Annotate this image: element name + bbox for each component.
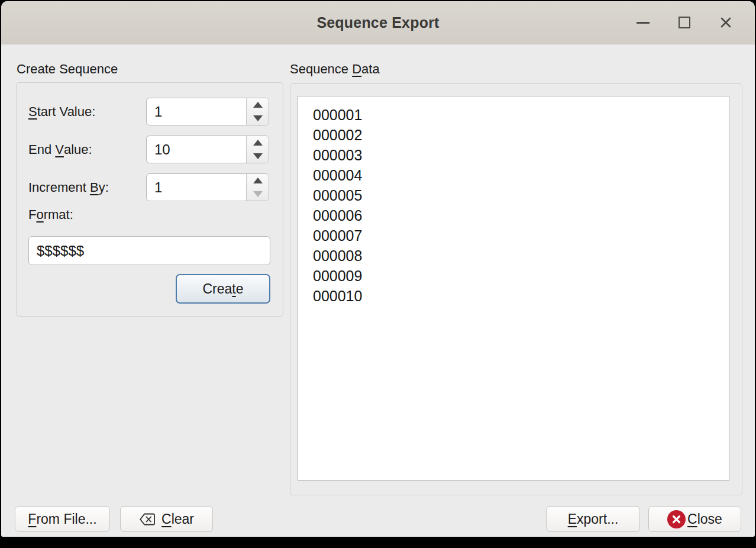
close-icon bbox=[720, 17, 732, 28]
format-label: Format: bbox=[28, 207, 73, 223]
spin-up-icon bbox=[253, 140, 263, 146]
end-value-spin-buttons bbox=[246, 136, 269, 163]
clear-button[interactable]: Clear bbox=[120, 506, 213, 532]
create-sequence-group-label: Create Sequence bbox=[17, 62, 118, 77]
backspace-icon bbox=[139, 512, 156, 526]
start-value-spin-down[interactable] bbox=[247, 112, 269, 125]
increment-by-spin-up[interactable] bbox=[247, 174, 269, 188]
window-controls bbox=[622, 1, 747, 44]
sequence-data-textarea[interactable]: 0000010000020000030000040000050000060000… bbox=[298, 96, 729, 481]
spin-down-icon bbox=[253, 153, 263, 159]
sequence-line: 000005 bbox=[313, 185, 723, 205]
end-value-spin-down[interactable] bbox=[247, 150, 269, 163]
end-value-input[interactable]: 10 bbox=[147, 136, 246, 163]
spin-down-icon bbox=[253, 191, 263, 197]
close-red-circle-icon bbox=[667, 510, 686, 528]
spin-up-icon bbox=[253, 102, 263, 108]
spin-down-icon bbox=[253, 115, 263, 121]
export-button[interactable]: Export... bbox=[546, 506, 640, 532]
maximize-icon bbox=[679, 17, 690, 28]
sequence-line: 000006 bbox=[313, 205, 723, 225]
start-value-spinner[interactable]: 1 bbox=[146, 98, 269, 125]
sequence-line: 000008 bbox=[313, 246, 723, 266]
sequence-data-group-label: Sequence Data bbox=[290, 62, 380, 77]
start-value-spin-up[interactable] bbox=[247, 98, 269, 112]
sequence-line: 000002 bbox=[313, 125, 723, 145]
sequence-line: 000004 bbox=[313, 165, 723, 185]
format-input[interactable] bbox=[28, 236, 270, 265]
increment-by-input[interactable]: 1 bbox=[147, 174, 246, 201]
sequence-export-dialog: Sequence Export Create Sequence Start Va… bbox=[1, 1, 755, 537]
sequence-line: 000009 bbox=[313, 266, 723, 286]
start-value-input[interactable]: 1 bbox=[147, 98, 246, 125]
from-file-button[interactable]: From File... bbox=[15, 506, 110, 532]
increment-by-label: Increment By: bbox=[28, 173, 109, 201]
minimize-button[interactable] bbox=[622, 8, 664, 37]
increment-by-spin-down[interactable] bbox=[247, 188, 269, 201]
increment-by-spinner[interactable]: 1 bbox=[146, 173, 269, 201]
create-button[interactable]: Create bbox=[176, 274, 270, 304]
start-value-spin-buttons bbox=[246, 98, 269, 125]
maximize-button[interactable] bbox=[664, 8, 705, 37]
increment-by-spin-buttons bbox=[246, 174, 269, 201]
close-window-button[interactable] bbox=[705, 8, 747, 37]
sequence-line: 000010 bbox=[313, 286, 723, 306]
spin-up-icon bbox=[253, 178, 263, 183]
sequence-line: 000007 bbox=[313, 225, 723, 246]
end-value-label: End Value: bbox=[28, 136, 92, 163]
start-value-label: Start Value: bbox=[28, 98, 95, 125]
minimize-icon bbox=[637, 22, 650, 24]
end-value-spinner[interactable]: 10 bbox=[146, 136, 269, 163]
end-value-spin-up[interactable] bbox=[247, 136, 269, 150]
sequence-line: 000001 bbox=[313, 105, 723, 125]
close-button[interactable]: Close bbox=[648, 506, 741, 532]
sequence-line: 000003 bbox=[313, 145, 723, 165]
titlebar[interactable]: Sequence Export bbox=[1, 1, 755, 44]
